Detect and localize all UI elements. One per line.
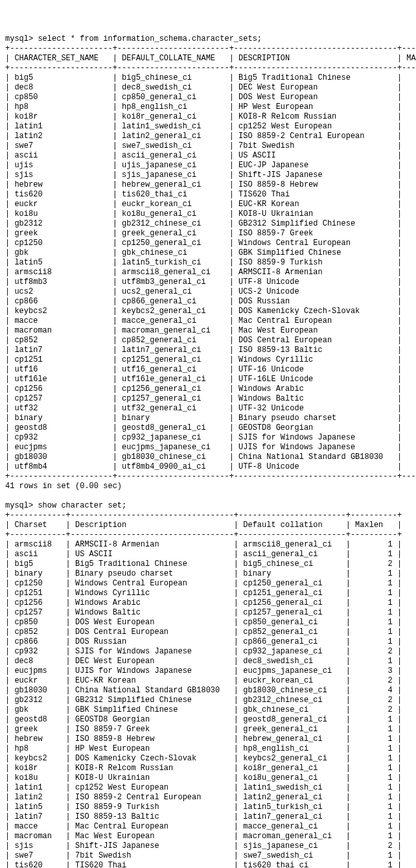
terminal-output: mysql> select * from information_schema.… <box>5 34 411 868</box>
